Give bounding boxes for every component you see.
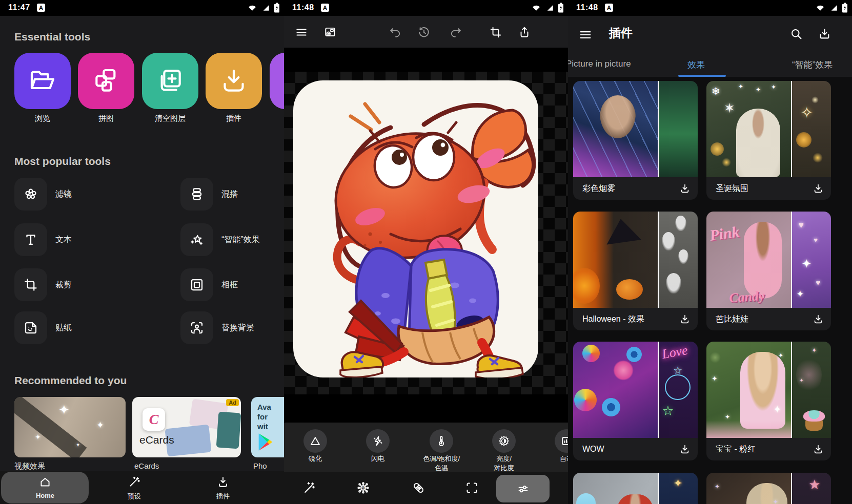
editor-screen: 11:48 A [284,0,568,504]
effect-card-baby-pink[interactable]: ✦ ✦ ✦ ✦ ✦ ✦ 宝宝 - 粉红 [706,342,831,460]
photo-text: Love [661,343,689,362]
download-icon[interactable] [813,444,824,455]
tab-picture-in-picture[interactable]: Picture in picture [568,59,631,69]
tile-browse[interactable] [14,53,71,109]
decor [216,412,241,449]
search-icon[interactable] [789,27,803,41]
effect-card-partial-1[interactable]: ✦ ✦ ✦ [573,473,698,504]
tile-partial[interactable] [270,53,284,109]
redo-icon[interactable] [449,26,462,39]
bottom-nav: Home 预设 插件 [0,471,284,504]
notification-app-icon: A [37,4,45,12]
photo-text: Candy [728,288,765,306]
effect-card-christmas[interactable]: ❄ ✶ ✦✦✦ ✧ 圣诞氛围 [706,81,831,200]
heal-bandage-icon[interactable] [412,481,425,495]
home-icon [38,475,52,489]
tile-clear-layers[interactable] [142,53,198,109]
status-bar: 11:48 A [284,0,568,16]
tool-sharpen[interactable] [303,429,327,453]
google-play-icon [255,432,276,452]
tool-label: 替换背景 [221,311,284,344]
download-icon[interactable] [813,183,824,194]
popular-tools-title: Most popular tools [14,155,111,167]
download-icon[interactable] [679,183,691,194]
download-icon[interactable] [813,313,824,325]
undo-icon[interactable] [389,26,402,39]
frame-select-icon[interactable] [465,481,479,495]
tool-label: 相框 [221,268,284,301]
tool-sticker[interactable] [14,311,47,344]
download-icon[interactable] [679,444,691,455]
tool-replace-bg[interactable] [180,311,213,344]
tool-mix[interactable] [180,178,213,211]
magic-wand-icon[interactable] [302,481,316,495]
recommended-title: Recommended to you [14,374,127,387]
save-export-icon[interactable] [323,26,337,39]
tool-label: 闪电 [371,455,384,463]
decor [14,397,87,457]
adjust-mode-selected[interactable] [496,475,550,502]
tool-lightning[interactable] [366,429,390,453]
tool-label: 裁剪 [55,268,168,301]
effect-card-barbie[interactable]: Pink Candy ♥ ♥ ✦ ♥ ✦ 芭比娃娃 [706,212,831,330]
share-export-icon[interactable] [518,26,531,39]
tile-plugins[interactable] [206,53,262,109]
tool-label: 亮度/ [496,455,512,463]
signal-icon [544,3,555,13]
stage: 11:47 A Essential tools [0,0,852,504]
tool-label: 自动 [560,455,568,463]
plugins-screen: 11:48 A 插件 Picture in picture 效果 “智能”效果 [568,0,852,504]
sticker-image[interactable] [293,80,538,377]
nav-plugins[interactable]: 插件 [195,471,251,504]
tab-bar: Picture in picture 效果 “智能”效果 [568,54,852,77]
tab-smart-effects[interactable]: “智能”效果 [792,59,833,71]
status-bar: 11:47 A [0,0,284,16]
effect-card-wow[interactable]: Love ☆ ☆ WOW [573,342,698,460]
recommended-card-ecards[interactable]: C eCards Ad [132,397,241,457]
recommended-card-video-effects[interactable]: ✦ ✦ ✦ ✦ [14,397,126,457]
tool-brightness-contrast[interactable] [492,429,516,453]
history-icon[interactable] [417,26,431,39]
ai-effects-icon[interactable]: AI [356,481,370,495]
nav-home[interactable]: Home [17,471,73,504]
tool-filter[interactable] [14,178,47,211]
recommended-card-partial[interactable]: Ava for wit [251,397,284,457]
card-label: eCards [134,461,159,470]
tool-crop[interactable] [14,268,47,301]
svg-text:AI: AI [362,486,365,489]
magic-wand-icon [128,475,141,489]
crop-icon [23,277,38,292]
effect-card-color-smoke[interactable]: 彩色烟雾 [573,81,698,200]
wifi-icon [247,3,257,13]
menu-icon[interactable] [578,28,593,42]
tool-smart-effects[interactable] [180,223,213,256]
tool-hsl[interactable] [430,429,453,453]
sparkle-icon: ✦ [58,402,70,418]
tile-label: 插件 [206,114,262,123]
battery-charging-icon [274,3,280,13]
editor-canvas[interactable] [284,48,568,423]
tab-effects[interactable]: 效果 [687,59,705,71]
tool-label: 锐化 [309,455,322,463]
tile-collage[interactable] [78,53,134,109]
tool-label: 文本 [55,223,168,256]
tool-frame[interactable] [180,268,213,301]
crop-icon[interactable] [489,26,502,39]
effect-label: 宝宝 - 粉红 [716,438,756,460]
effect-card-partial-2[interactable]: ✦ ✦ ★ ★ ★ [706,473,831,504]
auto-adjust-icon [560,435,568,447]
nav-presets[interactable]: 预设 [106,471,163,504]
tool-auto[interactable] [555,429,568,453]
plugins-header: 插件 [568,16,852,54]
effect-card-halloween[interactable]: Halloween - 效果 [573,212,698,330]
download-icon[interactable] [679,313,691,325]
wifi-icon [531,3,541,13]
contrast-icon [498,435,510,447]
downloads-icon[interactable] [818,27,831,41]
sticker-icon [23,320,38,335]
menu-icon[interactable] [295,26,308,39]
editor-mode-bar: AI [284,472,568,504]
effect-label: Halloween - 效果 [582,308,644,330]
tool-text[interactable] [14,223,47,256]
status-bar: 11:48 A [568,0,852,16]
